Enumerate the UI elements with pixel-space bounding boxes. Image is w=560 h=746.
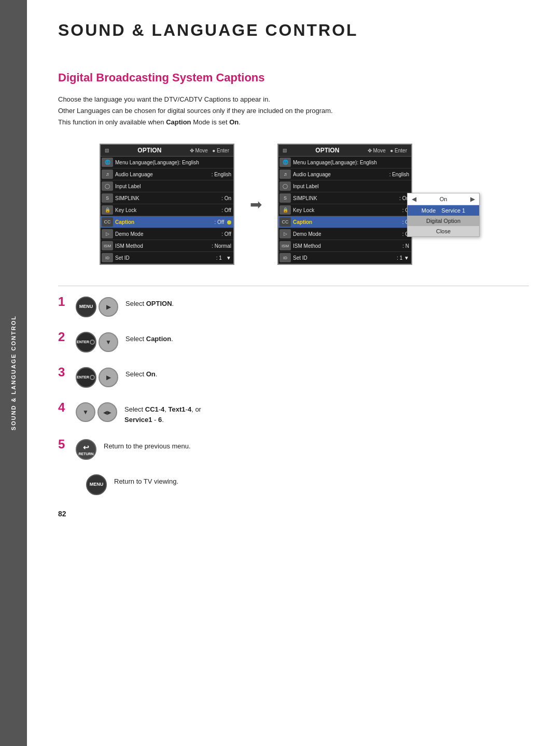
step-2: 2 ENTER ▼ Select Caption. <box>58 332 529 353</box>
menu-right-row-3: S SIMPLINK : On <box>278 192 411 204</box>
globe-icon-r: 🌐 <box>279 158 291 167</box>
globe-icon: 🌐 <box>102 158 113 167</box>
popup-mode-row: Mode Service 1 <box>408 205 479 216</box>
enter-dot-1 <box>90 340 95 345</box>
menu-left-label-6: Demo Mode <box>115 231 221 237</box>
sidebar: Sound & Language Control <box>0 0 27 746</box>
page-title: SOUND & LANGUAGE CONTROL <box>58 21 529 40</box>
menu-button[interactable]: MENU <box>76 297 96 317</box>
menu-left-row-1: ♬ Audio Language : English <box>101 168 233 180</box>
steps-list: 1 MENU ▶ Select OPTION. 2 ENTER ▼ Select… <box>58 297 529 495</box>
popup-right-arrow: ▶ <box>470 195 475 203</box>
menu-button-2[interactable]: MENU <box>86 474 107 495</box>
menu-right-title: OPTION <box>315 147 339 154</box>
menu-right-row-2: ◯ Input Label <box>278 180 411 192</box>
menu-right-row-7: ISM ISM Method : N <box>278 240 411 252</box>
nav-left-right-button[interactable]: ◀▶ <box>97 402 117 422</box>
enter-label-1: ENTER <box>77 340 89 344</box>
enter-dot-2 <box>90 375 95 380</box>
step-3-text: Select On. <box>125 367 157 379</box>
nav-up-right-button[interactable]: ▶ <box>99 297 118 317</box>
caption-icon-r: CC <box>279 217 291 227</box>
enter-button-2[interactable]: ENTER <box>76 367 96 388</box>
menu-left-value-5: : Off <box>215 219 232 225</box>
menu-right-label-1: Audio Language <box>293 172 389 177</box>
step-4-icons: ▼ ◀▶ <box>76 402 117 422</box>
step-3: 3 ENTER ▶ Select On. <box>58 367 529 388</box>
menu-right-label-7: ISM Method <box>293 243 402 249</box>
popup-close-label: Close <box>436 228 451 234</box>
menu-right-value-1: : English <box>389 172 409 177</box>
desc-line-2: Other Languages can be chosen for digita… <box>58 105 529 117</box>
menu-left-row-8: ID Set ID : 1 ▼ <box>101 252 233 264</box>
step-4: 4 ▼ ◀▶ Select CC1-4, Text1-4, or Service… <box>58 402 529 425</box>
arrow-right: ➡ <box>250 196 262 213</box>
simplink-icon-r: S <box>279 193 291 203</box>
input-icon: ◯ <box>102 181 113 191</box>
ism-icon: ISM <box>102 241 113 250</box>
step-2-number: 2 <box>58 330 68 344</box>
nav-right-button[interactable]: ▶ <box>99 368 118 387</box>
audio-icon-r: ♬ <box>279 170 291 179</box>
lock-icon-r: 🔒 <box>279 205 291 215</box>
nav-down-button-2[interactable]: ▼ <box>76 402 95 422</box>
menu-right-value-7: : N <box>402 243 409 249</box>
popup-on-label: On <box>440 196 447 202</box>
menu-right-label-5: Caption <box>293 219 402 225</box>
return-button[interactable]: ↩ RETURN <box>76 439 96 460</box>
menu-left-row-4: 🔒 Key Lock : Off <box>101 204 233 216</box>
menu-left-label-5: Caption <box>115 219 215 225</box>
menu-right-nav: ✥ Move ● Enter <box>368 148 407 153</box>
step-2-text: Select Caption. <box>125 332 173 344</box>
step-1-number: 1 <box>58 294 68 309</box>
menu-left-row-0: 🌐 Menu Language(Language): English <box>101 157 233 168</box>
menu-left-value-4: : Off <box>221 207 231 213</box>
step-4-text: Select CC1-4, Text1-4, or Service1 - 6. <box>124 402 201 425</box>
step-5: 5 ↩ RETURN Return to the previous menu. <box>58 439 529 460</box>
menu-right-row-5: CC Caption : O <box>278 216 411 228</box>
menu-left-nav: ✥ Move ● Enter <box>190 148 229 153</box>
divider <box>58 286 529 286</box>
menu-left-row-6: ▷ Demo Mode : Off <box>101 228 233 240</box>
step-5-icons: ↩ RETURN <box>76 439 96 460</box>
menu-right-row-4: 🔒 Key Lock : O <box>278 204 411 216</box>
menu-left-label-0: Menu Language(Language): English <box>115 160 231 165</box>
menu-right-row-0: 🌐 Menu Language(Language): English <box>278 157 411 168</box>
popup-digital-option: Digital Option <box>408 216 479 226</box>
audio-icon: ♬ <box>102 170 113 179</box>
main-content: SOUND & LANGUAGE CONTROL Digital Broadca… <box>27 0 560 539</box>
section-heading: Digital Broadcasting System Captions <box>58 71 529 85</box>
menu-left-value-7: : Normal <box>212 243 231 249</box>
demo-icon: ▷ <box>102 229 113 238</box>
menu-left-row-2: ◯ Input Label <box>101 180 233 192</box>
caption-popup: ◀ On ▶ Mode Service 1 Digital Option Clo… <box>407 193 480 237</box>
menu-right-label-8: Set ID <box>293 255 397 261</box>
step-2-icons: ENTER ▼ <box>76 332 118 353</box>
menu-right-header: ▧ OPTION ✥ Move ● Enter <box>278 145 411 157</box>
menu-left-value-8: : 1 ▼ <box>216 255 231 261</box>
step-1-text: Select OPTION. <box>125 297 174 309</box>
popup-close: Close <box>408 226 479 236</box>
menu-right-label-2: Input Label <box>293 184 409 189</box>
step-1-icons: MENU ▶ <box>76 297 118 317</box>
menus-row: ▧ OPTION ✥ Move ● Enter 🌐 Menu Language(… <box>100 144 529 265</box>
popup-left-arrow: ◀ <box>412 195 416 203</box>
menu-right-row-6: ▷ Demo Mode : O <box>278 228 411 240</box>
menu-left-value-3: : On <box>221 195 231 201</box>
popup-row-on: ◀ On ▶ <box>408 193 479 205</box>
step-menu: MENU Return to TV viewing. <box>58 474 529 495</box>
enter-button-1[interactable]: ENTER <box>76 332 96 353</box>
menu-left-label-8: Set ID <box>115 255 216 261</box>
menu-right-row-8: ID Set ID : 1 ▼ <box>278 252 411 264</box>
nav-down-button[interactable]: ▼ <box>99 332 118 352</box>
step-4-number: 4 <box>58 400 68 415</box>
menu-right: ▧ OPTION ✥ Move ● Enter 🌐 Menu Language(… <box>277 144 412 265</box>
menu-left-label-4: Key Lock <box>115 207 221 213</box>
menu-left-label-7: ISM Method <box>115 243 212 249</box>
desc-line-3: This function in only available when Cap… <box>58 117 529 128</box>
caption-icon: CC <box>102 217 113 227</box>
popup-service-label: Service 1 <box>441 207 465 214</box>
description: Choose the language you want the DTV/CAD… <box>58 94 529 128</box>
menu-left-header: ▧ OPTION ✥ Move ● Enter <box>101 145 233 157</box>
menu-left: ▧ OPTION ✥ Move ● Enter 🌐 Menu Language(… <box>100 144 234 265</box>
